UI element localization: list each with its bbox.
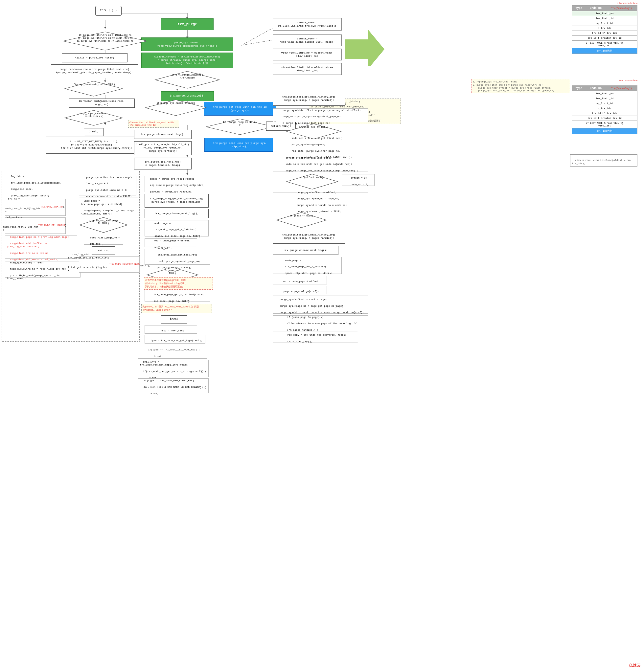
- panel-table-1: type undo_no Trx{'undo-log'} low_limit_n…: [572, 5, 638, 54]
- panel2-row-n-trx-ids: n_trx_ids: [572, 106, 638, 111]
- node-if-purge-rec-wrapper: if(purge_rec->undo_rec != NULL): [64, 80, 123, 97]
- panel-row-low-limit-no: low_limit_no: [572, 11, 638, 16]
- node-trx-purge-rseg-n: trx_purge_rseg_get_next_history_log( pur…: [145, 194, 209, 207]
- label-t-truncate: T: [176, 89, 178, 92]
- node-prev-log-addr: prev_log_addr = trx_purge_get_log_from_h…: [79, 256, 140, 272]
- comment-choose-next: Choose the rollback segment with the sma…: [128, 120, 179, 128]
- node-purge-sys-offset-right: purge_sys->offset = rec2 - page; purge_s…: [273, 296, 368, 314]
- node-type-assign: type = trx_undo_rec_get_type(rec2);: [145, 335, 205, 344]
- node-if-offset-0-wrapper: if(offset == 0): [286, 173, 339, 190]
- node-cmpl-info: cmpl_info = trx_undo_rec_get_cmpl_info(r…: [138, 360, 209, 377]
- node-offset-page: purge_sys->hdr_offset = purge_sys->rseg-…: [273, 108, 368, 122]
- node-roll-ptr: *roll_ptr = trx_undo_build_roll_ptr( FAL…: [134, 141, 192, 155]
- panel2-row-low-limit-no: low_limit_no: [572, 91, 638, 96]
- panel-row-low-limit-id: low_limit_id: [572, 16, 638, 21]
- if-undo-null-diamond: if(undo_rec != NULL): [286, 123, 342, 139]
- panel2-col-val: Trx{'undo-log'}: [606, 86, 638, 91]
- if-rec2-null-upper-diamond: if (rec2 == NULL): [276, 212, 327, 228]
- panel2-row-ut-list: UT_LIST_NODE_T(read_view_t)view_list: [572, 121, 638, 129]
- if-fl-null-diamond: if(prev_log_addr.pageFL_NULL): [79, 217, 128, 233]
- node-if-purge-rseg-null-wrapper: if (purge_rseg == NULL): [205, 118, 274, 135]
- node-if-rec2-null-upper-wrapper: if (rec2 == NULL): [276, 212, 327, 228]
- if-purge-rseg-null-diamond: if (purge_rseg == NULL): [205, 118, 274, 135]
- node-rec-copy: rec_copy = trx_undo_rec_copy(rec, heap);…: [273, 331, 358, 343]
- node-mach-read2: del_marks = mach_read_from_2(log_hdr + T…: [5, 217, 66, 234]
- panel-col-undolog: Trx{'undo-log'}: [606, 5, 638, 11]
- panel-row-up-limit-id: up_limit_id: [572, 21, 638, 26]
- node-ib-vector-push: ib_vector_push(node->undo_recs, purge_re…: [69, 98, 135, 108]
- diagram-container: trx_purge for( ; ; ) purge_sys->view = r…: [0, 0, 644, 670]
- node-get-next-rec: trx_purge_get_next_rec( n_pages_handled,…: [134, 158, 192, 170]
- node-n-pages-handled: n_pages_handled = trx_purge_attach_undo_…: [141, 53, 233, 68]
- condition1-diamond-svg: if(purge_sys->iter.trx_no > limit->trx_n…: [63, 31, 148, 51]
- svg-line-2: [241, 39, 276, 45]
- panel-clonereadview-1: clonereadview type undo_no Trx{'undo-log…: [572, 2, 638, 54]
- comment-offset: 在为空的条件成立时(purge完毕，删除 此history list里的undo…: [144, 277, 213, 290]
- label-f-rseg-null: F: [239, 123, 241, 126]
- node-undo-rec-first: undo_rec = trx_undo_get_first_rec( purge…: [273, 138, 368, 155]
- node-if-type-upd: if(type == TRX_UNDO_UPD_CLUST_REC) && (c…: [138, 378, 209, 393]
- node-oldest-view-1: oldest_view = UT_LIST_GET_LAST(trx_sys->…: [273, 18, 342, 30]
- panel-col-type: type: [572, 5, 586, 11]
- new-readview-label: New readview: [618, 79, 638, 82]
- node-view-low-limit-id: view->low_limit_id = oldest_view- >low_l…: [273, 63, 342, 75]
- node-trx-purge-reg-next: trx_purge_rseg_get_next_history_log( pur…: [273, 92, 345, 106]
- node-trx-purge-choose-next: trx_purge_choose_next_log();: [273, 246, 339, 255]
- node-if-next-stored-wrapper: if(purge_sys->next_stored): [145, 99, 207, 116]
- clonereadview-label-1: clonereadview: [572, 2, 638, 4]
- node-space-zip-page: space = purge_sys->rseg->space; zip_size…: [145, 176, 207, 192]
- node-if-type-del: if(type == TRX_UNDO_DEL_MARK_REC) { brea…: [138, 345, 207, 359]
- node-rseg-last-page: rseg->last_page_no = FIL_NULL;: [84, 235, 123, 245]
- node-trx-purge-get-rseg: trx_purge_get_rseg_with_min_trx_id (purg…: [204, 102, 276, 116]
- node-undo-page-latched-right: undo_page = trx_undo_page_get_s_latched(…: [273, 257, 342, 274]
- logo: 亿速云: [629, 663, 641, 668]
- panel-col-undo: undo_no: [586, 5, 606, 11]
- node-trx-purge-rseg-get-next: trx_purge_rseg_get_next_history_log( pur…: [273, 230, 345, 244]
- node-oldest-view-2: oldest_view = read_view_clone(oldest_vie…: [273, 35, 342, 46]
- node-next-rec: next_rec = trx_undo_page_get_next_rec( r…: [145, 249, 210, 265]
- node-purge-next-log: purge_sys->iter.trx_no = rseg-> last_trx…: [79, 176, 136, 196]
- panel-row-trx-ids-array: trx_ids数组: [572, 48, 638, 54]
- node-if-fl-null-wrapper: if(prev_log_addr.pageFL_NULL): [79, 217, 128, 233]
- panel2-row-trx-id-t: trx_id_t creator_trx_id: [572, 116, 638, 121]
- node-break-stmt: break: [161, 315, 187, 324]
- node-offset-0-set: offset = 0; undo_no = 0;: [342, 174, 374, 186]
- panel2-row-trx-ids-array: trx_ids数组: [572, 129, 638, 134]
- node-view-low-limit-no: view->low_limit_no = oldest_view- >low_l…: [273, 49, 342, 61]
- node-undo-page2: undo_page = trx_undo_page_get_s_latched(…: [145, 220, 209, 237]
- node-trx-purge-read-undo: trx_purge_read_undo_rec(purge_sys, zip_s…: [205, 138, 275, 152]
- node-trx-purge-choose: trx_purge_choose_next_log();: [145, 209, 209, 218]
- if-n-pages-diamond: if (n_pages_handled >= batch_size) {: [64, 110, 123, 126]
- node-rec2-next-rec: rec2 = next_rec;: [145, 325, 197, 334]
- if-next-stored-diamond: if(purge_sys->next_stored): [145, 99, 207, 116]
- node-read-view-clone: view = read_view_t::clone(oldest_view, t…: [570, 155, 638, 166]
- node-if-undo-null-wrapper: if(undo_rec != NULL): [286, 123, 342, 139]
- label-f-truncate: F: [163, 76, 164, 79]
- node-break1: break;: [84, 128, 104, 136]
- node-undo-page-latched: undo_page = trx_undo_page_get_s_latched(…: [79, 197, 138, 215]
- panel-row-ut-list: UT_LIST_NODE_T(read_view_t)view_list: [572, 41, 638, 48]
- node-condition1-wrapper: if(purge_sys->iter.trx_no > limit->trx_n…: [63, 31, 148, 51]
- node-page-align: page = page_align(rec2);: [273, 286, 327, 294]
- if-purge-rec-diamond: if(purge_rec->undo_rec != NULL): [64, 80, 123, 97]
- node-for-loop: for( ; ; ): [95, 6, 121, 16]
- node-trx-purge: trx_purge: [161, 18, 213, 30]
- panel-table-2: type undo_no Trx{'undo-log'} low_limit_n…: [572, 85, 638, 134]
- panel-clonereadview-2: type undo_no Trx{'undo-log'} low_limit_n…: [572, 85, 638, 134]
- node-choose-next: trx_purge_choose_next_log();: [134, 130, 192, 139]
- node-rec-undo-page-right: rec = undo_page + offset;: [273, 276, 327, 284]
- panel2-col-type: type: [572, 86, 586, 91]
- panel-row-n-trx-ids: n_trx_ids: [572, 26, 638, 31]
- if-offset-diamond: if(offset == 0): [286, 173, 339, 190]
- node-limit-assign: *limit = purge_sys->iter;: [62, 53, 128, 63]
- panel2-col-undo: undo_no: [586, 86, 606, 91]
- node-if-undo-page-eq-page: if (undo_page != page) { /* We advance t…: [273, 315, 368, 329]
- svg-marker-15: [345, 29, 384, 66]
- panel2-row-low-limit-id: low_limit_id: [572, 96, 638, 101]
- node-log-hdr: log_hdr = trx_undo_page_get_s_latched(sp…: [5, 176, 64, 197]
- node-purge-sys-offset2: purge_sys->offset = offset; purge_sys->p…: [273, 192, 368, 209]
- comment-purge-iter: 1、//purge_sys->rb_hdr_map →rseg 2、purge_…: [472, 79, 570, 93]
- comment-undo-log: 此(undo_log)里的TRX_UNDO_PAGE_NODE节点 类型是"no…: [141, 304, 212, 313]
- node-if-n-pages-wrapper: if (n_pages_handled >= batch_size) {: [64, 110, 123, 126]
- panel2-row-trx-id-star: trx_id_t* trx_ids: [572, 111, 638, 116]
